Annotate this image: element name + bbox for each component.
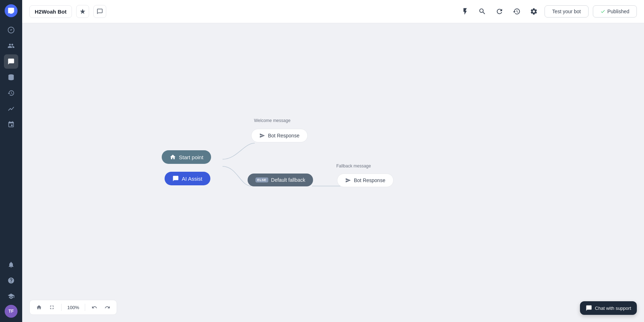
sidebar-item-learn[interactable]	[4, 289, 18, 303]
expand-button[interactable]	[47, 302, 57, 312]
user-avatar[interactable]: TF	[5, 305, 18, 318]
history-icon[interactable]	[510, 5, 523, 18]
welcome-message-label: Welcome message	[254, 118, 291, 123]
header-right: Test your bot Published	[459, 5, 637, 18]
send-icon-1	[259, 133, 265, 138]
home-icon	[170, 154, 176, 160]
send-icon-2	[345, 177, 351, 183]
header: H2Woah Bot Test your bot	[22, 0, 644, 23]
chat-edit-button[interactable]	[93, 5, 106, 18]
sparkle-button[interactable]	[76, 5, 89, 18]
chat-support-button[interactable]: Chat with support	[580, 301, 637, 315]
sidebar-item-inbox[interactable]	[4, 54, 18, 69]
app-logo[interactable]	[5, 4, 18, 17]
chat-support-label: Chat with support	[595, 306, 631, 311]
canvas: Welcome message Fallback message Start p…	[22, 23, 644, 322]
bot-response-2-label: Bot Response	[354, 177, 385, 183]
sidebar-item-help[interactable]	[4, 273, 18, 288]
undo-button[interactable]	[89, 302, 99, 312]
triggers-icon[interactable]	[459, 5, 472, 18]
sidebar-item-analytics[interactable]	[4, 102, 18, 116]
start-point-node[interactable]: Start point	[162, 150, 211, 164]
search-icon[interactable]	[476, 5, 489, 18]
sidebar-item-contacts[interactable]	[4, 39, 18, 53]
sidebar-item-conversations[interactable]	[4, 23, 18, 37]
published-label: Published	[608, 9, 630, 14]
else-badge: ELSE	[255, 177, 268, 182]
flow-connections	[22, 23, 644, 322]
ai-assist-icon	[172, 175, 179, 182]
main-content: H2Woah Bot Test your bot	[22, 0, 644, 322]
sidebar: TF	[0, 0, 22, 322]
bot-response-2-node[interactable]: Bot Response	[337, 174, 394, 187]
published-button[interactable]: Published	[593, 5, 637, 18]
settings-icon[interactable]	[527, 5, 540, 18]
home-button[interactable]	[34, 302, 44, 312]
fallback-message-label: Fallback message	[336, 164, 371, 169]
flow-container: Welcome message Fallback message Start p…	[22, 23, 644, 322]
redo-button[interactable]	[102, 302, 112, 312]
footer-toolbar: 100%	[29, 300, 117, 315]
sidebar-item-notifications[interactable]	[4, 258, 18, 272]
ai-assist-node[interactable]: AI Assist	[165, 172, 210, 185]
ai-assist-label: AI Assist	[182, 176, 203, 182]
bot-response-1-node[interactable]: Bot Response	[251, 129, 308, 142]
bot-response-1-label: Bot Response	[268, 133, 299, 138]
sidebar-item-history[interactable]	[4, 86, 18, 100]
toolbar-divider	[61, 304, 62, 311]
sidebar-item-integrations[interactable]	[4, 117, 18, 132]
sidebar-item-data[interactable]	[4, 70, 18, 84]
zoom-level: 100%	[66, 305, 80, 310]
refresh-icon[interactable]	[493, 5, 506, 18]
default-fallback-node[interactable]: ELSE Default fallback	[248, 174, 313, 186]
start-point-label: Start point	[179, 154, 203, 160]
default-fallback-label: Default fallback	[271, 177, 306, 183]
bot-name[interactable]: H2Woah Bot	[29, 5, 72, 18]
toolbar-divider-2	[85, 304, 85, 311]
test-bot-button[interactable]: Test your bot	[545, 5, 588, 18]
chat-support-icon	[586, 305, 592, 311]
published-check-icon	[600, 9, 605, 14]
